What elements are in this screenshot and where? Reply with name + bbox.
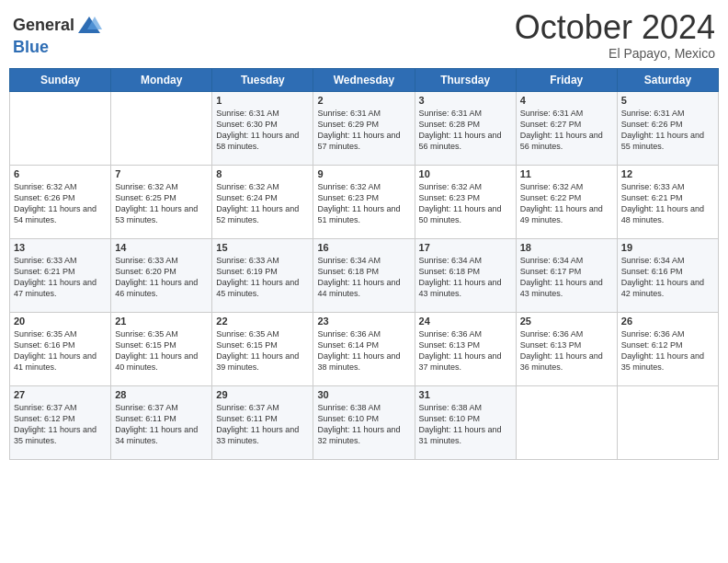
day-number: 1 [216, 95, 309, 106]
cell-details: Sunrise: 6:33 AMSunset: 6:21 PMDaylight:… [14, 255, 107, 300]
calendar-cell: 23Sunrise: 6:36 AMSunset: 6:14 PMDayligh… [313, 312, 415, 385]
month-title: October 2024 [515, 9, 715, 46]
calendar-cell: 10Sunrise: 6:32 AMSunset: 6:23 PMDayligh… [415, 165, 516, 238]
calendar-cell: 14Sunrise: 6:33 AMSunset: 6:20 PMDayligh… [111, 238, 212, 312]
day-number: 27 [14, 389, 107, 400]
cell-details: Sunrise: 6:31 AMSunset: 6:27 PMDaylight:… [520, 108, 613, 153]
cell-details: Sunrise: 6:35 AMSunset: 6:15 PMDaylight:… [115, 328, 208, 373]
calendar-table: SundayMondayTuesdayWednesdayThursdayFrid… [9, 68, 719, 460]
calendar-cell: 13Sunrise: 6:33 AMSunset: 6:21 PMDayligh… [10, 238, 111, 312]
calendar-cell: 20Sunrise: 6:35 AMSunset: 6:16 PMDayligh… [10, 312, 111, 385]
day-number: 21 [115, 316, 208, 327]
day-number: 19 [621, 242, 714, 253]
header-day-tuesday: Tuesday [212, 68, 313, 91]
calendar-cell: 30Sunrise: 6:38 AMSunset: 6:10 PMDayligh… [313, 385, 415, 459]
cell-details: Sunrise: 6:33 AMSunset: 6:21 PMDaylight:… [621, 181, 714, 226]
calendar-cell: 2Sunrise: 6:31 AMSunset: 6:29 PMDaylight… [313, 91, 415, 165]
cell-details: Sunrise: 6:35 AMSunset: 6:15 PMDaylight:… [216, 328, 309, 373]
day-number: 9 [317, 168, 410, 179]
cell-details: Sunrise: 6:32 AMSunset: 6:23 PMDaylight:… [419, 181, 512, 226]
calendar-cell: 1Sunrise: 6:31 AMSunset: 6:30 PMDaylight… [212, 91, 313, 165]
cell-details: Sunrise: 6:36 AMSunset: 6:13 PMDaylight:… [520, 328, 613, 373]
day-number: 5 [621, 95, 714, 106]
location-text: El Papayo, Mexico [515, 46, 715, 61]
header-day-friday: Friday [516, 68, 617, 91]
calendar-cell [516, 385, 617, 459]
calendar-cell: 19Sunrise: 6:34 AMSunset: 6:16 PMDayligh… [617, 238, 718, 312]
day-number: 22 [216, 316, 309, 327]
cell-details: Sunrise: 6:32 AMSunset: 6:23 PMDaylight:… [317, 181, 410, 226]
header-day-sunday: Sunday [10, 68, 111, 91]
calendar-cell: 16Sunrise: 6:34 AMSunset: 6:18 PMDayligh… [313, 238, 415, 312]
week-row-4: 20Sunrise: 6:35 AMSunset: 6:16 PMDayligh… [10, 312, 719, 385]
header-day-saturday: Saturday [617, 68, 718, 91]
day-number: 12 [621, 168, 714, 179]
cell-details: Sunrise: 6:38 AMSunset: 6:10 PMDaylight:… [419, 402, 512, 447]
cell-details: Sunrise: 6:37 AMSunset: 6:12 PMDaylight:… [14, 402, 107, 447]
day-number: 24 [419, 316, 512, 327]
calendar-cell: 17Sunrise: 6:34 AMSunset: 6:18 PMDayligh… [415, 238, 516, 312]
week-row-1: 1Sunrise: 6:31 AMSunset: 6:30 PMDaylight… [10, 91, 719, 165]
header-day-wednesday: Wednesday [313, 68, 415, 91]
logo-blue-text: Blue [13, 39, 49, 57]
day-number: 7 [115, 168, 208, 179]
day-number: 25 [520, 316, 613, 327]
calendar-cell: 7Sunrise: 6:32 AMSunset: 6:25 PMDaylight… [111, 165, 212, 238]
day-number: 15 [216, 242, 309, 253]
title-block: October 2024 El Papayo, Mexico [515, 9, 715, 61]
calendar-cell [617, 385, 718, 459]
cell-details: Sunrise: 6:35 AMSunset: 6:16 PMDaylight:… [14, 328, 107, 373]
cell-details: Sunrise: 6:34 AMSunset: 6:18 PMDaylight:… [419, 255, 512, 300]
day-number: 28 [115, 389, 208, 400]
day-number: 30 [317, 389, 410, 400]
calendar-cell: 18Sunrise: 6:34 AMSunset: 6:17 PMDayligh… [516, 238, 617, 312]
header-day-monday: Monday [111, 68, 212, 91]
calendar-cell: 21Sunrise: 6:35 AMSunset: 6:15 PMDayligh… [111, 312, 212, 385]
calendar-cell: 8Sunrise: 6:32 AMSunset: 6:24 PMDaylight… [212, 165, 313, 238]
cell-details: Sunrise: 6:37 AMSunset: 6:11 PMDaylight:… [216, 402, 309, 447]
cell-details: Sunrise: 6:34 AMSunset: 6:17 PMDaylight:… [520, 255, 613, 300]
day-number: 17 [419, 242, 512, 253]
page-header: General Blue October 2024 El Papayo, Mex… [9, 9, 719, 61]
cell-details: Sunrise: 6:37 AMSunset: 6:11 PMDaylight:… [115, 402, 208, 447]
calendar-cell: 12Sunrise: 6:33 AMSunset: 6:21 PMDayligh… [617, 165, 718, 238]
calendar-cell: 9Sunrise: 6:32 AMSunset: 6:23 PMDaylight… [313, 165, 415, 238]
week-row-3: 13Sunrise: 6:33 AMSunset: 6:21 PMDayligh… [10, 238, 719, 312]
calendar-cell [111, 91, 212, 165]
cell-details: Sunrise: 6:32 AMSunset: 6:25 PMDaylight:… [115, 181, 208, 226]
calendar-cell: 27Sunrise: 6:37 AMSunset: 6:12 PMDayligh… [10, 385, 111, 459]
calendar-cell: 22Sunrise: 6:35 AMSunset: 6:15 PMDayligh… [212, 312, 313, 385]
cell-details: Sunrise: 6:33 AMSunset: 6:20 PMDaylight:… [115, 255, 208, 300]
week-row-2: 6Sunrise: 6:32 AMSunset: 6:26 PMDaylight… [10, 165, 719, 238]
day-number: 6 [14, 168, 107, 179]
logo-general-text: General [13, 17, 74, 35]
day-number: 31 [419, 389, 512, 400]
calendar-cell: 31Sunrise: 6:38 AMSunset: 6:10 PMDayligh… [415, 385, 516, 459]
day-number: 11 [520, 168, 613, 179]
calendar-header: SundayMondayTuesdayWednesdayThursdayFrid… [10, 68, 719, 91]
day-number: 14 [115, 242, 208, 253]
day-number: 18 [520, 242, 613, 253]
calendar-cell: 29Sunrise: 6:37 AMSunset: 6:11 PMDayligh… [212, 385, 313, 459]
logo-icon [76, 13, 102, 39]
day-number: 3 [419, 95, 512, 106]
calendar-cell: 25Sunrise: 6:36 AMSunset: 6:13 PMDayligh… [516, 312, 617, 385]
logo: General Blue [13, 13, 102, 57]
calendar-cell: 5Sunrise: 6:31 AMSunset: 6:26 PMDaylight… [617, 91, 718, 165]
calendar-cell: 4Sunrise: 6:31 AMSunset: 6:27 PMDaylight… [516, 91, 617, 165]
calendar-cell: 6Sunrise: 6:32 AMSunset: 6:26 PMDaylight… [10, 165, 111, 238]
day-number: 13 [14, 242, 107, 253]
day-number: 2 [317, 95, 410, 106]
day-number: 8 [216, 168, 309, 179]
week-row-5: 27Sunrise: 6:37 AMSunset: 6:12 PMDayligh… [10, 385, 719, 459]
cell-details: Sunrise: 6:31 AMSunset: 6:29 PMDaylight:… [317, 108, 410, 153]
header-row: SundayMondayTuesdayWednesdayThursdayFrid… [10, 68, 719, 91]
day-number: 29 [216, 389, 309, 400]
calendar-cell: 11Sunrise: 6:32 AMSunset: 6:22 PMDayligh… [516, 165, 617, 238]
day-number: 16 [317, 242, 410, 253]
day-number: 23 [317, 316, 410, 327]
header-day-thursday: Thursday [415, 68, 516, 91]
calendar-cell: 28Sunrise: 6:37 AMSunset: 6:11 PMDayligh… [111, 385, 212, 459]
calendar-cell [10, 91, 111, 165]
calendar-cell: 3Sunrise: 6:31 AMSunset: 6:28 PMDaylight… [415, 91, 516, 165]
